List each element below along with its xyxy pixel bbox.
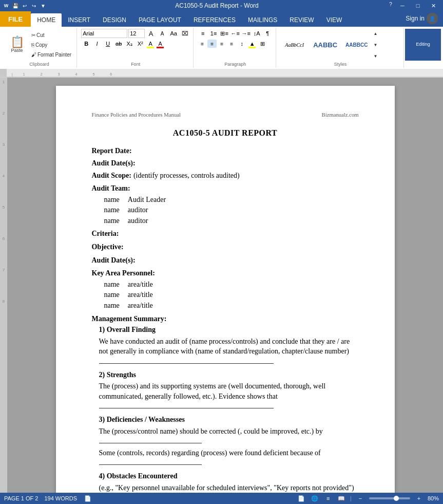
layout-web-icon[interactable]: 🌐 — [310, 494, 319, 503]
objective-label[interactable]: Objective: — [92, 242, 359, 252]
restore-button[interactable]: □ — [410, 0, 426, 11]
paste-icon: 📋 — [10, 36, 24, 48]
italic-button[interactable]: I — [92, 39, 102, 48]
borders-button[interactable]: ⊞ — [257, 39, 267, 48]
layout-print-icon[interactable]: 📄 — [297, 494, 306, 503]
bullets-button[interactable]: ≡ — [198, 29, 208, 38]
key-person-2-role: area/title — [128, 290, 153, 300]
bold-button[interactable]: B — [81, 39, 91, 48]
tab-view[interactable]: VIEW — [320, 13, 349, 27]
font-color-button[interactable]: A — [156, 39, 165, 48]
strengths-line — [99, 408, 274, 408]
layout-read-icon[interactable]: 📖 — [337, 494, 346, 503]
font-size-input[interactable] — [128, 29, 145, 38]
shading-button[interactable]: ▲ — [247, 39, 257, 48]
decrease-font-size-button[interactable]: A — [157, 29, 167, 38]
increase-font-size-button[interactable]: A — [146, 29, 156, 38]
management-summary-label[interactable]: Management Summary: — [92, 314, 359, 324]
justify-button[interactable]: ≡ — [227, 40, 236, 48]
layout-outline-icon[interactable]: ≡ — [323, 494, 333, 503]
tab-references[interactable]: REFERENCES — [187, 13, 242, 27]
redo-icon[interactable]: ↪ — [30, 2, 38, 10]
word-count: 194 WORDS — [44, 495, 77, 501]
paste-button[interactable]: 📋 Paste — [5, 29, 29, 61]
font-name-row: A A Aa ⌧ — [81, 29, 190, 38]
audit-team-label[interactable]: Audit Team: — [92, 183, 359, 194]
align-right-button[interactable]: ≡ — [217, 40, 226, 48]
obstacles-title[interactable]: 4) Obstacles Encountered — [99, 471, 359, 481]
deficiencies-title[interactable]: 3) Deficiencies / Weaknesses — [99, 415, 359, 425]
ribbon: FILE HOME INSERT DESIGN PAGE LAYOUT REFE… — [0, 11, 443, 78]
save-icon[interactable]: 💾 — [11, 2, 20, 10]
numbering-button[interactable]: 1≡ — [208, 29, 219, 38]
superscript-button[interactable]: X² — [135, 39, 145, 48]
styles-gallery: AaBbCcI AABBC AABBCC — [280, 29, 371, 61]
subscript-button[interactable]: X₂ — [124, 39, 134, 48]
zoom-thumb[interactable] — [394, 496, 399, 501]
decrease-indent-button[interactable]: ←≡ — [230, 29, 240, 38]
styles-more[interactable]: ▼ — [372, 51, 379, 61]
align-left-button[interactable]: ≡ — [198, 40, 207, 48]
style-heading2[interactable]: AABBCC — [342, 35, 371, 54]
styles-scroll-down[interactable]: ▼ — [372, 40, 379, 49]
editing-panel: Editing — [405, 29, 441, 61]
align-center-button[interactable]: ≡ — [207, 40, 217, 48]
zoom-in-icon[interactable]: + — [414, 494, 423, 503]
page-indicator: PAGE 1 OF 2 — [4, 495, 38, 501]
overall-finding-title[interactable]: 1) Overall Finding — [99, 325, 359, 335]
doc-area[interactable]: Finance Policies and Procedures Manual B… — [7, 78, 443, 493]
tab-design[interactable]: DESIGN — [97, 13, 132, 27]
line-spacing-button[interactable]: ↕ — [237, 39, 247, 48]
undo-icon[interactable]: ↩ — [21, 2, 29, 10]
tab-mailings[interactable]: MAILINGS — [242, 13, 283, 27]
font-name-input[interactable] — [81, 29, 127, 38]
tab-home[interactable]: HOME — [31, 13, 62, 27]
multilevel-list-button[interactable]: ⊞≡ — [219, 29, 229, 38]
tab-page-layout[interactable]: PAGE LAYOUT — [132, 13, 187, 27]
ribbon-content: 📋 Paste ✂ Cut ⎘ Copy 🖌 Format Painter Cl… — [0, 27, 443, 69]
audit-scope-label[interactable]: Audit Scope: — [92, 171, 131, 181]
status-right: 📄 🌐 ≡ 📖 | − + 80% — [297, 494, 439, 503]
audit-scope-value[interactable]: (identify processes, controls audited) — [133, 171, 240, 181]
user-avatar: 👤 — [427, 13, 438, 24]
zoom-out-icon[interactable]: − — [356, 494, 365, 503]
customize-icon[interactable]: ▼ — [39, 2, 47, 10]
tab-insert[interactable]: INSERT — [62, 13, 97, 27]
key-person-3: name area/title — [104, 301, 359, 311]
strengths-title[interactable]: 2) Strengths — [99, 370, 359, 380]
report-date-label[interactable]: Report Date: — [92, 146, 132, 156]
close-button[interactable]: ✕ — [426, 0, 441, 11]
tab-review[interactable]: REVIEW — [283, 13, 320, 27]
ruler-left-margin — [0, 69, 7, 77]
criteria-label[interactable]: Criteria: — [92, 229, 359, 239]
strikethrough-button[interactable]: ab — [113, 39, 124, 48]
tab-file[interactable]: FILE — [0, 11, 31, 27]
style-heading1[interactable]: AABBC — [310, 35, 341, 54]
help-icon[interactable]: ? — [387, 0, 395, 8]
sort-button[interactable]: ↕A — [252, 29, 262, 38]
key-area-label[interactable]: Key Area Personnel: — [92, 268, 359, 278]
increase-indent-button[interactable]: →≡ — [241, 29, 251, 38]
change-case-button[interactable]: Aa — [168, 29, 179, 38]
style-emphasis[interactable]: AaBbCcI — [280, 35, 309, 54]
audit-dates2-label[interactable]: Audit Date(s): — [92, 255, 359, 266]
copy-button[interactable]: ⎘ Copy — [29, 40, 73, 49]
format-painter-button[interactable]: 🖌 Format Painter — [29, 50, 73, 59]
text-highlight-button[interactable]: A — [146, 39, 155, 48]
styles-scroll-up[interactable]: ▲ — [372, 29, 379, 38]
key-area-list: name area/title name area/title name are… — [104, 279, 359, 311]
audit-dates-label[interactable]: Audit Date(s): — [92, 158, 136, 169]
doc-page[interactable]: Finance Policies and Procedures Manual B… — [56, 86, 395, 493]
zoom-slider[interactable] — [369, 497, 410, 499]
underline-button[interactable]: U — [103, 39, 113, 48]
show-para-marks-button[interactable]: ¶ — [262, 29, 273, 38]
sidebar-mark-1: 1 — [3, 80, 5, 84]
clear-formatting-button[interactable]: ⌧ — [180, 29, 190, 38]
sign-in-button[interactable]: Sign in 👤 — [400, 10, 443, 27]
word-count-icon[interactable]: 📄 — [83, 494, 92, 503]
cut-button[interactable]: ✂ Cut — [29, 30, 73, 40]
doc-title[interactable]: AC1050-5 AUDIT REPORT — [92, 127, 359, 139]
minimize-button[interactable]: ─ — [395, 0, 410, 11]
team-member-2-name: name — [104, 205, 120, 215]
deficiencies-line1: The (process/control name) should be cor… — [99, 426, 359, 446]
